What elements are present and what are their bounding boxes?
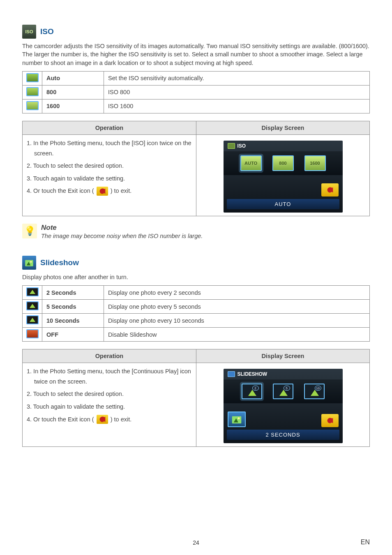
iso-ds-opt-1600-label: 1600 <box>310 161 320 166</box>
ss-off-desc: Disable Slideshow <box>104 328 369 341</box>
ss-2s-desc: Display one photo every 2 seconds <box>104 286 369 300</box>
slideshow-title: Slideshow <box>40 258 79 267</box>
iso-operation-table: Operation Display Screen 1. In the Photo… <box>22 121 370 216</box>
slideshow-operation-header: Operation <box>23 349 196 363</box>
iso-options-table: Auto Set the ISO sensitivity automatical… <box>22 71 370 113</box>
ss-off-name: OFF <box>42 328 104 341</box>
iso-ds-title: ISO <box>238 143 246 149</box>
exit-icon-inline <box>97 187 108 196</box>
iso-step-1: 1. In the Photo Setting menu, touch the … <box>27 138 192 158</box>
page-number: 24 <box>0 539 392 546</box>
ss-off-icon <box>26 329 39 338</box>
ss-step-4a: 4. Or touch the Exit icon ( <box>27 416 96 423</box>
ss-badge-10: 10 <box>315 386 321 391</box>
ss-ds-footer: 2 SECONDS <box>227 430 339 440</box>
iso-1600-desc: ISO 1600 <box>104 99 369 113</box>
ss-step-3: 3. Touch again to validate the setting. <box>27 402 192 412</box>
slideshow-operation-table: Operation Display Screen 1. In the Photo… <box>22 349 370 447</box>
iso-ds-footer: AUTO <box>227 199 339 209</box>
slideshow-heading-row: Slideshow <box>22 256 370 270</box>
iso-ds-header-icon <box>228 143 235 149</box>
iso-auto-icon <box>26 73 39 82</box>
iso-title: ISO <box>40 27 54 36</box>
ss-step-4b: ) to exit. <box>109 416 132 423</box>
note-title: Note <box>41 224 203 232</box>
svg-point-2 <box>30 261 32 263</box>
iso-step-4a: 4. Or touch the Exit icon ( <box>27 187 96 194</box>
slideshow-display-screen: SLIDESHOW 2 5 10 <box>224 369 343 443</box>
ss-step-4: 4. Or touch the Exit icon ( ) to exit. <box>27 414 192 425</box>
iso-display-header: Display Screen <box>196 121 369 135</box>
iso-display-screen: ISO AUTO 800 1600 AUTO <box>224 141 343 213</box>
iso-ds-opt-auto[interactable]: AUTO <box>240 155 262 171</box>
iso-auto-name: Auto <box>42 72 104 86</box>
iso-steps: 1. In the Photo Setting menu, touch the … <box>27 138 192 196</box>
iso-heading-row: ISO ISO <box>22 25 370 39</box>
iso-operation-header: Operation <box>23 121 196 135</box>
slideshow-options-table: 2 Seconds Display one photo every 2 seco… <box>22 285 370 342</box>
iso-800-desc: ISO 800 <box>104 86 369 99</box>
iso-1600-name: 1600 <box>42 99 104 113</box>
iso-ds-opt-auto-label: AUTO <box>244 161 257 166</box>
iso-description: The camcorder adjusts the ISO sensitivit… <box>22 42 370 67</box>
ss-ds-title: SLIDESHOW <box>238 371 267 377</box>
slideshow-steps: 1. In the Photo Setting menu, touch the … <box>27 366 192 424</box>
ss-2s-name: 2 Seconds <box>42 286 104 300</box>
ss-10s-name: 10 Seconds <box>42 314 104 328</box>
iso-auto-desc: Set the ISO sensitivity automatically. <box>104 72 369 86</box>
ss-5s-desc: Display one photo every 5 seconds <box>104 300 369 314</box>
slideshow-display-header: Display Screen <box>196 349 369 363</box>
iso-1600-icon <box>26 101 39 110</box>
note: 💡 Note The image may become noisy when t… <box>22 224 370 239</box>
ss-ds-preview-icon <box>228 412 246 427</box>
iso-step-4b: ) to exit. <box>109 187 132 194</box>
ss-ds-exit-button[interactable] <box>321 414 339 427</box>
iso-ds-exit-button[interactable] <box>321 183 339 197</box>
ss-step-2: 2. Touch to select the desired option. <box>27 389 192 399</box>
ss-5s-name: 5 Seconds <box>42 300 104 314</box>
slideshow-section-icon <box>22 256 36 270</box>
iso-ds-opt-800-label: 800 <box>279 161 286 166</box>
exit-icon-inline-2 <box>97 415 108 424</box>
ss-2s-icon <box>26 287 39 296</box>
iso-section-icon: ISO <box>22 25 36 39</box>
ss-5s-icon <box>26 301 39 310</box>
ss-ds-header-icon <box>228 371 235 377</box>
iso-step-4: 4. Or touch the Exit icon ( ) to exit. <box>27 186 192 196</box>
ss-10s-desc: Display one photo every 10 seconds <box>104 314 369 328</box>
svg-point-5 <box>238 417 240 419</box>
ss-step-1: 1. In the Photo Setting menu, touch the … <box>27 366 192 386</box>
iso-800-name: 800 <box>42 86 104 99</box>
language-label: EN <box>361 539 370 546</box>
iso-step-2: 2. Touch to select the desired option. <box>27 161 192 171</box>
ss-ds-opt-10[interactable]: 10 <box>304 384 325 399</box>
note-text: The image may become noisy when the ISO … <box>41 233 203 239</box>
iso-step-3: 3. Touch again to validate the setting. <box>27 173 192 184</box>
iso-800-icon <box>26 87 39 96</box>
iso-ds-opt-1600[interactable]: 1600 <box>304 155 326 171</box>
ss-10s-icon <box>26 315 39 324</box>
ss-badge-2: 2 <box>252 386 259 391</box>
ss-ds-opt-5[interactable]: 5 <box>273 384 293 399</box>
ss-ds-opt-2[interactable]: 2 <box>242 384 262 399</box>
note-icon: 💡 <box>22 224 37 238</box>
slideshow-description: Display photos one after another in turn… <box>22 273 370 281</box>
ss-badge-5: 5 <box>284 386 290 391</box>
iso-ds-opt-800[interactable]: 800 <box>272 155 294 171</box>
